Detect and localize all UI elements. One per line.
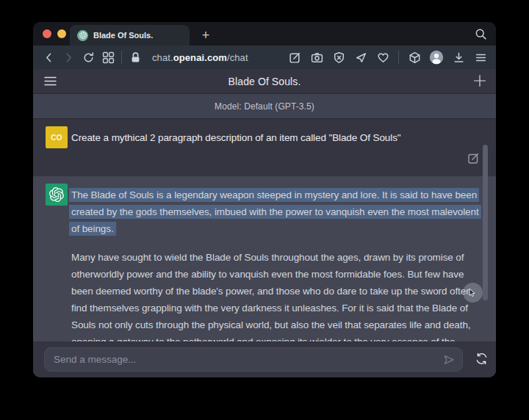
send-message-icon[interactable]	[443, 354, 455, 366]
tab-title: Blade Of Souls.	[93, 31, 153, 40]
model-banner: Model: Default (GPT-3.5)	[33, 93, 496, 119]
lock-icon[interactable]	[126, 48, 145, 67]
minimize-window-button[interactable]	[57, 29, 66, 38]
bookmark-heart-icon[interactable]	[373, 48, 392, 67]
reload-button[interactable]	[79, 48, 98, 67]
forward-button[interactable]	[59, 48, 78, 67]
user-avatar: CO	[46, 126, 68, 148]
desktop-background: Blade Of Souls. + chat.o	[0, 0, 529, 420]
browser-tab[interactable]: Blade Of Souls.	[70, 25, 190, 46]
address-bar[interactable]: chat.openai.com/chat	[152, 52, 248, 63]
chatgpt-page: Blade Of Souls. Model: Default (GPT-3.5)…	[33, 69, 496, 377]
message-input-bar	[33, 341, 496, 377]
url-path: /chat	[227, 52, 248, 63]
selected-text: The Blade of Souls is a legendary weapon…	[69, 188, 481, 236]
new-chat-plus-icon[interactable]	[472, 73, 487, 88]
message-input[interactable]	[44, 347, 463, 372]
tab-bar: Blade Of Souls. +	[33, 22, 496, 46]
browser-toolbar: chat.openai.com/chat	[33, 46, 496, 69]
assistant-paragraph-1: The Blade of Souls is a legendary weapon…	[71, 187, 484, 237]
share-send-icon[interactable]	[351, 48, 370, 67]
url-domain: openai.com	[173, 52, 227, 63]
conversation-title: Blade Of Souls.	[228, 76, 301, 87]
url-subdomain: chat.	[152, 52, 173, 63]
extensions-cube-icon[interactable]	[405, 48, 424, 67]
toolbar-divider	[398, 51, 399, 64]
toolbar-divider	[121, 51, 122, 64]
browser-window: Blade Of Souls. + chat.o	[33, 22, 496, 377]
openai-logo-icon	[49, 187, 64, 202]
assistant-message-text: The Blade of Souls is a legendary weapon…	[71, 187, 484, 341]
sidebar-menu-icon[interactable]	[43, 74, 57, 88]
chatgpt-avatar	[46, 184, 68, 206]
screenshot-camera-icon[interactable]	[307, 48, 326, 67]
regenerate-icon[interactable]	[475, 352, 489, 366]
browser-menu-icon[interactable]	[471, 48, 490, 67]
user-message-row: CO Create a mythical 2 paragraph descrip…	[33, 119, 496, 176]
profile-avatar[interactable]	[427, 48, 446, 67]
mouse-cursor-icon	[469, 288, 477, 297]
edit-message-icon[interactable]	[467, 152, 480, 164]
chatgpt-favicon-icon	[77, 30, 88, 41]
close-window-button[interactable]	[43, 29, 51, 38]
new-tab-button[interactable]: +	[197, 26, 215, 44]
user-message-text: Create a mythical 2 paragraph descriptio…	[71, 129, 484, 146]
tab-groups-icon[interactable]	[98, 48, 118, 67]
scrollbar-thumb[interactable]	[483, 145, 488, 300]
cursor-indicator	[463, 283, 483, 303]
model-banner-text: Model: Default (GPT-3.5)	[215, 101, 314, 112]
shield-block-icon[interactable]	[329, 48, 348, 67]
assistant-paragraph-2: Many have sought to wield the Blade of S…	[71, 249, 484, 341]
chat-header: Blade Of Souls.	[33, 69, 496, 93]
search-icon[interactable]	[475, 28, 487, 40]
assistant-message-row: The Blade of Souls is a legendary weapon…	[33, 176, 496, 341]
downloads-icon[interactable]	[449, 48, 468, 67]
compose-share-icon[interactable]	[285, 48, 304, 67]
back-button[interactable]	[39, 48, 58, 67]
